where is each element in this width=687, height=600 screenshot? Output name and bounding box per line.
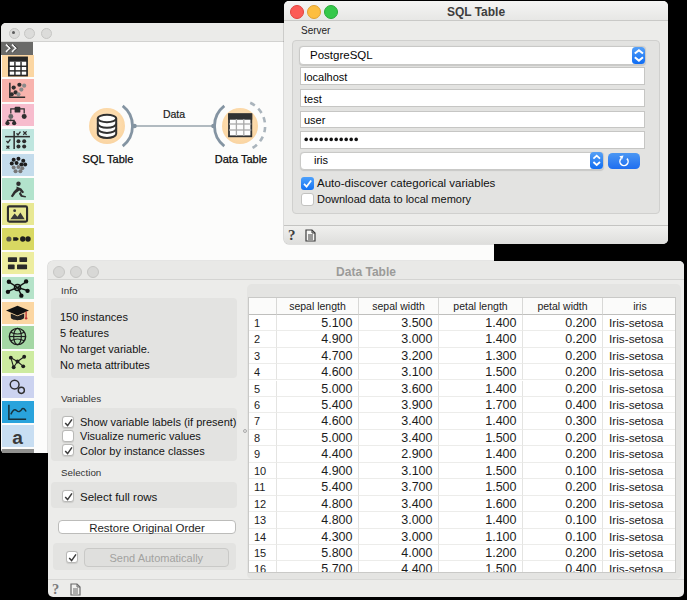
svg-text:Data Table: Data Table (215, 153, 267, 165)
svg-text:SQL Table: SQL Table (83, 153, 134, 165)
svg-text:Data: Data (163, 108, 185, 120)
svg-text:a: a (12, 427, 23, 447)
